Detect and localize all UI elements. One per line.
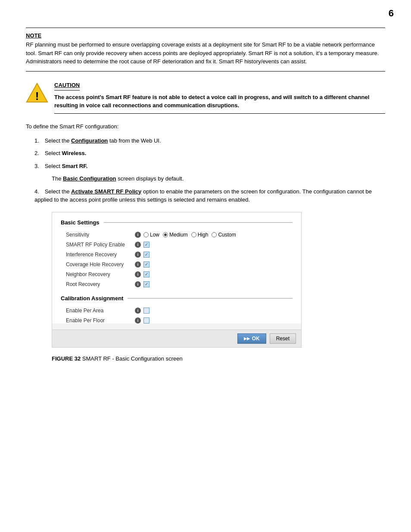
radio-low[interactable] (143, 232, 149, 237)
step-1-number: 1. (34, 137, 43, 145)
sensitivity-radio-group: Low Medium High (143, 232, 236, 238)
coverage-hole-recovery-label: Coverage Hole Recovery (66, 261, 135, 268)
sensitivity-info-icon[interactable]: i (135, 232, 141, 238)
ui-screenshot-box: Basic Settings Sensitivity i Low (52, 212, 302, 348)
step-2-bold: Wireless. (62, 150, 86, 156)
smart-rf-policy-info-icon[interactable]: i (135, 242, 141, 248)
reset-button[interactable]: Reset (270, 333, 296, 344)
caution-text: The access point's Smart RF feature is n… (54, 93, 385, 114)
step-1-bold: Configuration (71, 137, 108, 144)
step-4: 4. Select the Activate SMART RF Policy o… (34, 187, 385, 204)
neighbor-recovery-label: Neighbor Recovery (66, 271, 135, 277)
caution-label: CAUTION (54, 82, 80, 90)
coverage-hole-recovery-info-icon[interactable]: i (135, 261, 141, 268)
step-4-bold: Activate SMART RF Policy (71, 188, 141, 195)
radio-option-custom[interactable]: Custom (212, 232, 236, 238)
figure-caption-text: SMART RF - Basic Configuration screen (82, 355, 183, 362)
coverage-hole-recovery-checkbox[interactable]: ✓ (143, 261, 149, 268)
enable-per-area-label: Enable Per Area (66, 308, 135, 314)
sensitivity-row: Sensitivity i Low Medi (61, 232, 293, 238)
step-1-text-after: tab from the Web UI. (108, 137, 161, 144)
step-1: 1. Select the Configuration tab from the… (34, 137, 385, 145)
neighbor-recovery-checkbox[interactable]: ✓ (143, 271, 149, 277)
step-3: 3. Select Smart RF. (34, 162, 385, 171)
enable-per-area-info-icon[interactable]: i (135, 308, 141, 314)
neighbor-recovery-info-icon[interactable]: i (135, 271, 141, 277)
smart-rf-policy-checkbox[interactable]: ✓ (143, 242, 149, 248)
interference-recovery-info-icon[interactable]: i (135, 252, 141, 258)
radio-medium-label: Medium (169, 232, 188, 238)
interference-recovery-label: Interference Recovery (66, 252, 135, 258)
step-4-text-before: Select the (45, 188, 71, 195)
smart-rf-policy-label: SMART RF Policy Enable (66, 242, 135, 248)
root-recovery-label: Root Recovery (66, 281, 135, 287)
step-3-note-bold: Basic Configuration (63, 175, 116, 182)
radio-high[interactable] (191, 232, 196, 237)
smart-rf-policy-row: SMART RF Policy Enable i ✓ (61, 242, 293, 248)
enable-per-floor-info-icon[interactable]: i (135, 317, 141, 324)
figure-caption: FIGURE 32 SMART RF - Basic Configuration… (52, 355, 385, 362)
intro-text: To define the Smart RF configuration: (26, 123, 385, 130)
ok-button[interactable]: OK (237, 333, 266, 344)
warning-triangle-icon: ! (26, 82, 48, 104)
basic-settings-header: Basic Settings (61, 219, 293, 226)
radio-medium[interactable] (163, 232, 168, 237)
step-3-text-before: Select (45, 163, 62, 169)
enable-per-area-row: Enable Per Area i (61, 308, 293, 314)
root-recovery-checkbox[interactable]: ✓ (143, 281, 149, 287)
step-3-note: The Basic Configuration screen displays … (52, 174, 385, 183)
note-label: NOTE (26, 32, 385, 39)
svg-text:!: ! (35, 89, 39, 102)
enable-per-area-checkbox[interactable] (143, 308, 149, 314)
note-text: RF planning must be performed to ensure … (26, 40, 385, 66)
radio-custom[interactable] (212, 232, 217, 237)
enable-per-floor-label: Enable Per Floor (66, 317, 135, 324)
ui-inner: Basic Settings Sensitivity i Low (52, 212, 301, 324)
caution-content: CAUTION The access point's Smart RF feat… (54, 82, 385, 114)
radio-low-label: Low (150, 232, 159, 238)
step-3-number: 3. (34, 162, 43, 171)
step-4-number: 4. (34, 187, 43, 196)
radio-custom-label: Custom (218, 232, 236, 238)
root-recovery-info-icon[interactable]: i (135, 281, 141, 287)
step-2-number: 2. (34, 149, 43, 158)
radio-high-label: High (198, 232, 209, 238)
note-box: NOTE RF planning must be performed to en… (26, 28, 385, 72)
enable-per-floor-row: Enable Per Floor i (61, 317, 293, 324)
enable-per-floor-checkbox[interactable] (143, 317, 149, 324)
steps-list: 1. Select the Configuration tab from the… (34, 137, 385, 204)
step-1-text-before: Select the (45, 137, 71, 144)
step-3-bold: Smart RF. (62, 163, 87, 169)
caution-box: ! CAUTION The access point's Smart RF fe… (26, 82, 385, 114)
step-2: 2. Select Wireless. (34, 149, 385, 158)
step-2-text-before: Select (45, 150, 62, 156)
figure-label: FIGURE 32 (52, 355, 81, 362)
radio-option-low[interactable]: Low (143, 232, 159, 238)
coverage-hole-recovery-row: Coverage Hole Recovery i ✓ (61, 261, 293, 268)
sensitivity-label: Sensitivity (66, 232, 135, 238)
root-recovery-row: Root Recovery i ✓ (61, 281, 293, 287)
interference-recovery-row: Interference Recovery i ✓ (61, 252, 293, 258)
interference-recovery-checkbox[interactable]: ✓ (143, 252, 149, 258)
page-number: 6 (0, 0, 411, 19)
neighbor-recovery-row: Neighbor Recovery i ✓ (61, 271, 293, 277)
radio-option-high[interactable]: High (191, 232, 209, 238)
radio-option-medium[interactable]: Medium (163, 232, 188, 238)
ui-footer: OK Reset (52, 330, 301, 347)
calibration-assignment-header: Calibration Assignment (61, 295, 293, 302)
